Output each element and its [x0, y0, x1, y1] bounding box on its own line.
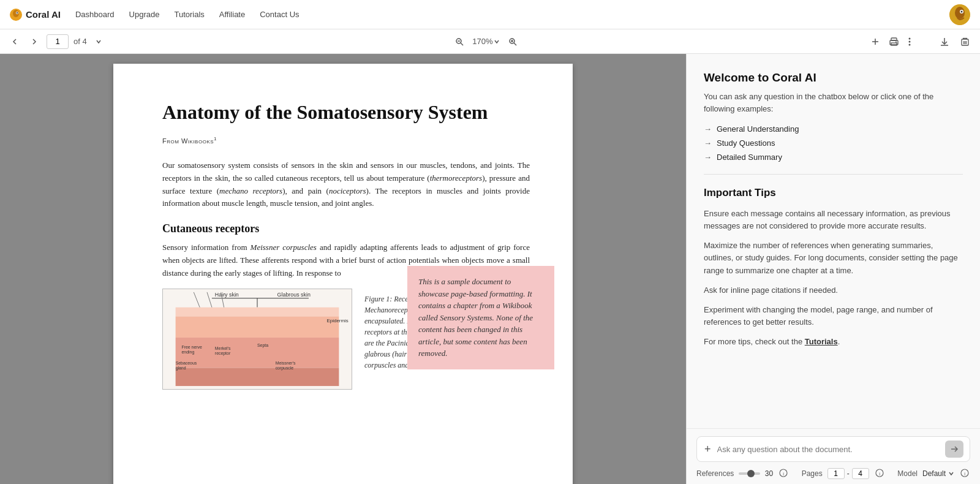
zoom-level[interactable]: 170%	[472, 37, 500, 46]
svg-line-55	[207, 292, 212, 308]
svg-text:Meissner's: Meissner's	[276, 361, 296, 365]
divider	[704, 174, 963, 175]
svg-line-9	[461, 43, 463, 45]
top-nav: Coral AI Dashboard Upgrade Tutorials Aff…	[0, 0, 980, 29]
tip-1: Ensure each message contains all necessa…	[704, 208, 963, 232]
pages-label: Pages	[802, 469, 823, 478]
tip-2: Maximize the number of references when g…	[704, 240, 963, 276]
svg-point-3	[17, 12, 18, 13]
model-info-icon[interactable]: i	[960, 469, 969, 479]
figure-image: Hairy skin Glabrous skin Papillary Ridge…	[162, 289, 352, 392]
avatar-image	[949, 4, 970, 25]
model-selector[interactable]: Default	[922, 469, 954, 478]
svg-rect-19	[891, 43, 897, 45]
svg-text:receptor: receptor	[215, 350, 231, 355]
svg-text:ending: ending	[182, 349, 195, 354]
more-options-button[interactable]	[905, 35, 914, 48]
pdf-paragraph-1: Our somatosensory system consists of sen…	[162, 159, 530, 210]
svg-text:Free nerve: Free nerve	[182, 344, 203, 349]
pages-range: -	[827, 468, 869, 479]
svg-text:Epidermis: Epidermis	[327, 318, 349, 323]
pdf-body: Our somatosensory system consists of sen…	[162, 159, 530, 210]
tip-5: For more tips, check out the Tutorials.	[704, 336, 963, 348]
svg-rect-42	[176, 338, 339, 368]
pdf-title: Anatomy of the Somatosensory System	[162, 100, 530, 124]
nav-links: Dashboard Upgrade Tutorials Affiliate Co…	[75, 10, 300, 19]
pdf-page: Anatomy of the Somatosensory System From…	[113, 64, 573, 484]
pages-to-input[interactable]	[852, 468, 869, 479]
chat-send-button[interactable]	[945, 441, 963, 458]
svg-point-7	[961, 10, 963, 12]
arrow-icon-2: →	[704, 138, 712, 148]
brand-icon	[10, 9, 22, 21]
avatar[interactable]	[949, 4, 970, 25]
chat-footer: References 30 i Pages - i	[696, 468, 970, 479]
arrow-icon-1: →	[704, 124, 712, 134]
pages-from-input[interactable]	[827, 468, 845, 479]
svg-rect-38	[176, 307, 339, 316]
svg-point-5	[955, 7, 965, 19]
svg-text:Sebaceous: Sebaceous	[176, 361, 197, 365]
page-number-input[interactable]	[47, 34, 69, 49]
pdf-toolbar: of 4 170%	[0, 29, 980, 54]
pages-info-icon[interactable]: i	[875, 469, 884, 479]
welcome-title: Welcome to Coral AI	[704, 71, 963, 85]
svg-line-54	[194, 292, 200, 308]
nav-tutorials[interactable]: Tutorials	[174, 10, 204, 19]
delete-button[interactable]	[957, 35, 973, 48]
tutorials-link[interactable]: Tutorials	[805, 337, 838, 346]
annotation-box: This is a sample document to showcase pa…	[407, 266, 554, 369]
pdf-subtitle: From Wikibooks1	[162, 136, 530, 145]
print-button[interactable]	[886, 35, 902, 48]
nav-contact[interactable]: Contact Us	[260, 10, 299, 19]
tip-4: Experiment with changing the model, page…	[704, 304, 963, 328]
tips-title: Important Tips	[704, 187, 963, 199]
dropdown-page-button[interactable]	[92, 36, 105, 47]
example-general[interactable]: → General Understanding	[704, 124, 963, 134]
prev-page-button[interactable]	[7, 36, 22, 48]
references-value: 30	[765, 469, 773, 478]
example-summary[interactable]: → Detailed Summary	[704, 153, 963, 162]
svg-point-23	[909, 43, 911, 45]
chat-input-area: + References 30 i Pages -	[687, 428, 980, 484]
zoom-in-button[interactable]	[505, 35, 521, 48]
example-study[interactable]: → Study Questions	[704, 138, 963, 148]
nav-affiliate[interactable]: Affiliate	[219, 10, 245, 19]
brand-logo[interactable]: Coral AI	[10, 9, 61, 21]
toolbar-right	[867, 35, 914, 48]
nav-upgrade[interactable]: Upgrade	[129, 10, 160, 19]
tip-3: Ask for inline page citations if needed.	[704, 284, 963, 297]
chat-input-row: +	[696, 436, 970, 462]
references-info-icon[interactable]: i	[779, 469, 788, 479]
svg-text:Merkel's: Merkel's	[215, 346, 231, 350]
svg-rect-40	[176, 316, 339, 338]
references-slider[interactable]	[739, 472, 760, 475]
svg-text:corpuscle: corpuscle	[276, 366, 294, 371]
right-panel: Welcome to Coral AI You can ask any ques…	[686, 54, 980, 484]
svg-point-22	[909, 40, 911, 42]
svg-text:gland: gland	[176, 366, 186, 371]
svg-text:i: i	[879, 471, 880, 477]
arrow-icon-3: →	[704, 153, 712, 162]
svg-text:Hairy skin: Hairy skin	[215, 291, 239, 297]
svg-rect-44	[176, 368, 339, 386]
chat-plus-button[interactable]: +	[703, 442, 712, 457]
svg-text:i: i	[783, 471, 784, 477]
nav-dashboard[interactable]: Dashboard	[75, 10, 115, 19]
download-button[interactable]	[937, 35, 952, 48]
svg-point-20	[895, 41, 897, 42]
next-page-button[interactable]	[27, 36, 42, 48]
slider-thumb	[747, 470, 755, 477]
welcome-desc: You can ask any question in the chatbox …	[704, 91, 963, 115]
svg-text:Septa: Septa	[257, 342, 268, 347]
references-label: References	[696, 469, 734, 478]
svg-line-12	[514, 43, 516, 45]
zoom-out-button[interactable]	[451, 35, 467, 48]
chat-content: Welcome to Coral AI You can ask any ques…	[687, 54, 980, 428]
page-total: of 4	[74, 37, 87, 46]
main-layout: Anatomy of the Somatosensory System From…	[0, 54, 980, 484]
chat-input[interactable]	[717, 445, 940, 454]
svg-text:Glabrous skin: Glabrous skin	[277, 291, 311, 297]
add-page-button[interactable]	[867, 35, 883, 48]
pdf-viewer[interactable]: Anatomy of the Somatosensory System From…	[0, 54, 686, 484]
